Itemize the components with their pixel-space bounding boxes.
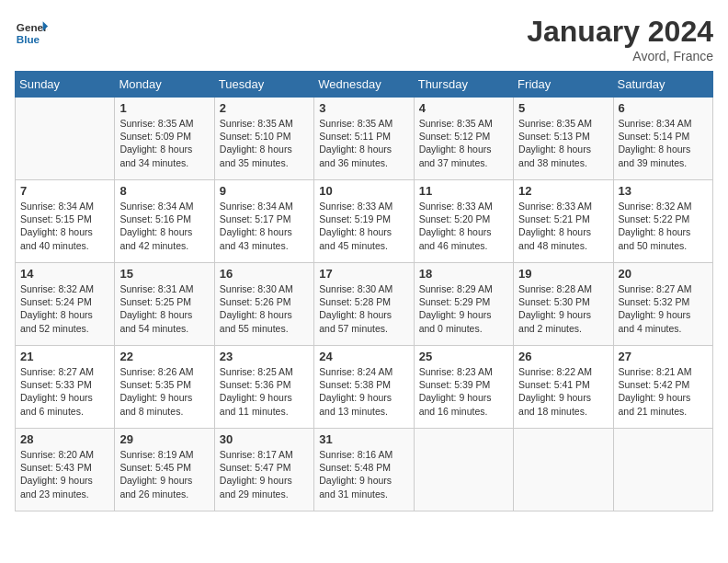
calendar-cell: 8Sunrise: 8:34 AMSunset: 5:16 PMDaylight… bbox=[115, 180, 214, 263]
calendar-cell: 18Sunrise: 8:29 AMSunset: 5:29 PMDayligh… bbox=[414, 263, 513, 346]
day-number: 15 bbox=[119, 267, 209, 281]
weekday-header: Friday bbox=[514, 72, 613, 98]
cell-info: Sunrise: 8:33 AMSunset: 5:20 PMDaylight:… bbox=[419, 200, 508, 252]
weekday-header: Thursday bbox=[414, 72, 513, 98]
cell-info: Sunrise: 8:27 AMSunset: 5:32 PMDaylight:… bbox=[619, 282, 708, 335]
day-number: 18 bbox=[419, 267, 508, 281]
cell-info: Sunrise: 8:26 AMSunset: 5:35 PMDaylight:… bbox=[119, 365, 209, 418]
cell-info: Sunrise: 8:32 AMSunset: 5:24 PMDaylight:… bbox=[20, 282, 109, 335]
calendar-cell: 19Sunrise: 8:28 AMSunset: 5:30 PMDayligh… bbox=[514, 263, 613, 346]
title-block: January 2024 Avord, France bbox=[527, 15, 713, 63]
day-number: 16 bbox=[220, 267, 309, 281]
cell-info: Sunrise: 8:35 AMSunset: 5:12 PMDaylight:… bbox=[419, 117, 508, 169]
cell-info: Sunrise: 8:35 AMSunset: 5:11 PMDaylight:… bbox=[319, 117, 408, 169]
cell-info: Sunrise: 8:22 AMSunset: 5:41 PMDaylight:… bbox=[518, 365, 608, 418]
day-number: 20 bbox=[619, 267, 708, 281]
calendar-cell: 14Sunrise: 8:32 AMSunset: 5:24 PMDayligh… bbox=[16, 263, 115, 346]
cell-info: Sunrise: 8:34 AMSunset: 5:15 PMDaylight:… bbox=[20, 200, 109, 252]
calendar-cell: 1Sunrise: 8:35 AMSunset: 5:09 PMDaylight… bbox=[115, 98, 214, 180]
calendar-cell: 11Sunrise: 8:33 AMSunset: 5:20 PMDayligh… bbox=[414, 180, 513, 263]
calendar-cell: 10Sunrise: 8:33 AMSunset: 5:19 PMDayligh… bbox=[314, 180, 414, 263]
calendar-cell bbox=[514, 429, 613, 511]
calendar-cell bbox=[414, 429, 513, 511]
day-number: 25 bbox=[419, 350, 508, 363]
cell-info: Sunrise: 8:34 AMSunset: 5:14 PMDaylight:… bbox=[619, 117, 708, 169]
weekday-header: Sunday bbox=[16, 72, 115, 98]
cell-info: Sunrise: 8:30 AMSunset: 5:26 PMDaylight:… bbox=[220, 282, 309, 335]
cell-info: Sunrise: 8:34 AMSunset: 5:16 PMDaylight:… bbox=[119, 200, 209, 252]
day-number: 27 bbox=[619, 350, 708, 363]
calendar-cell: 17Sunrise: 8:30 AMSunset: 5:28 PMDayligh… bbox=[314, 263, 414, 346]
location: Avord, France bbox=[527, 49, 713, 63]
calendar-cell: 16Sunrise: 8:30 AMSunset: 5:26 PMDayligh… bbox=[214, 263, 313, 346]
cell-info: Sunrise: 8:28 AMSunset: 5:30 PMDaylight:… bbox=[518, 282, 608, 335]
day-number: 30 bbox=[220, 432, 309, 446]
cell-info: Sunrise: 8:35 AMSunset: 5:09 PMDaylight:… bbox=[119, 117, 209, 169]
calendar-cell: 3Sunrise: 8:35 AMSunset: 5:11 PMDaylight… bbox=[314, 98, 414, 180]
day-number: 22 bbox=[119, 350, 209, 363]
calendar-cell: 27Sunrise: 8:21 AMSunset: 5:42 PMDayligh… bbox=[613, 346, 712, 429]
day-number: 26 bbox=[518, 350, 608, 363]
day-number: 14 bbox=[20, 267, 109, 281]
calendar-week-row: 7Sunrise: 8:34 AMSunset: 5:15 PMDaylight… bbox=[16, 180, 713, 263]
cell-info: Sunrise: 8:35 AMSunset: 5:13 PMDaylight:… bbox=[518, 117, 608, 169]
day-number: 6 bbox=[619, 101, 708, 115]
calendar-cell: 21Sunrise: 8:27 AMSunset: 5:33 PMDayligh… bbox=[16, 346, 115, 429]
calendar-week-row: 1Sunrise: 8:35 AMSunset: 5:09 PMDaylight… bbox=[16, 98, 713, 180]
cell-info: Sunrise: 8:21 AMSunset: 5:42 PMDaylight:… bbox=[619, 365, 708, 418]
calendar-cell: 20Sunrise: 8:27 AMSunset: 5:32 PMDayligh… bbox=[613, 263, 712, 346]
day-number: 17 bbox=[319, 267, 408, 281]
calendar-week-row: 28Sunrise: 8:20 AMSunset: 5:43 PMDayligh… bbox=[16, 429, 713, 511]
day-number: 24 bbox=[319, 350, 408, 363]
weekday-header-row: SundayMondayTuesdayWednesdayThursdayFrid… bbox=[16, 72, 713, 98]
cell-info: Sunrise: 8:27 AMSunset: 5:33 PMDaylight:… bbox=[20, 365, 109, 418]
day-number: 29 bbox=[119, 432, 209, 446]
calendar-cell: 13Sunrise: 8:32 AMSunset: 5:22 PMDayligh… bbox=[613, 180, 712, 263]
svg-text:Blue: Blue bbox=[17, 33, 40, 45]
day-number: 13 bbox=[619, 184, 708, 198]
day-number: 3 bbox=[319, 101, 408, 115]
calendar-cell: 30Sunrise: 8:17 AMSunset: 5:47 PMDayligh… bbox=[214, 429, 313, 511]
cell-info: Sunrise: 8:25 AMSunset: 5:36 PMDaylight:… bbox=[220, 365, 309, 418]
calendar-cell: 26Sunrise: 8:22 AMSunset: 5:41 PMDayligh… bbox=[514, 346, 613, 429]
day-number: 5 bbox=[518, 101, 608, 115]
cell-info: Sunrise: 8:33 AMSunset: 5:21 PMDaylight:… bbox=[518, 200, 608, 252]
calendar-cell: 29Sunrise: 8:19 AMSunset: 5:45 PMDayligh… bbox=[115, 429, 214, 511]
weekday-header: Wednesday bbox=[314, 72, 414, 98]
day-number: 12 bbox=[518, 184, 608, 198]
calendar-table: SundayMondayTuesdayWednesdayThursdayFrid… bbox=[15, 71, 713, 511]
cell-info: Sunrise: 8:17 AMSunset: 5:47 PMDaylight:… bbox=[220, 448, 309, 500]
calendar-week-row: 21Sunrise: 8:27 AMSunset: 5:33 PMDayligh… bbox=[16, 346, 713, 429]
day-number: 8 bbox=[119, 184, 209, 198]
cell-info: Sunrise: 8:31 AMSunset: 5:25 PMDaylight:… bbox=[119, 282, 209, 335]
weekday-header: Saturday bbox=[613, 72, 712, 98]
calendar-cell: 7Sunrise: 8:34 AMSunset: 5:15 PMDaylight… bbox=[16, 180, 115, 263]
calendar-cell: 2Sunrise: 8:35 AMSunset: 5:10 PMDaylight… bbox=[214, 98, 313, 180]
logo: General Blue bbox=[15, 15, 48, 48]
day-number: 23 bbox=[220, 350, 309, 363]
day-number: 28 bbox=[20, 432, 109, 446]
day-number: 21 bbox=[20, 350, 109, 363]
calendar-cell: 31Sunrise: 8:16 AMSunset: 5:48 PMDayligh… bbox=[314, 429, 414, 511]
day-number: 19 bbox=[518, 267, 608, 281]
weekday-header: Tuesday bbox=[214, 72, 313, 98]
cell-info: Sunrise: 8:24 AMSunset: 5:38 PMDaylight:… bbox=[319, 365, 408, 418]
calendar-week-row: 14Sunrise: 8:32 AMSunset: 5:24 PMDayligh… bbox=[16, 263, 713, 346]
cell-info: Sunrise: 8:35 AMSunset: 5:10 PMDaylight:… bbox=[220, 117, 309, 169]
day-number: 7 bbox=[20, 184, 109, 198]
day-number: 9 bbox=[220, 184, 309, 198]
calendar-cell: 12Sunrise: 8:33 AMSunset: 5:21 PMDayligh… bbox=[514, 180, 613, 263]
calendar-cell: 23Sunrise: 8:25 AMSunset: 5:36 PMDayligh… bbox=[214, 346, 313, 429]
calendar-cell bbox=[613, 429, 712, 511]
calendar-cell: 24Sunrise: 8:24 AMSunset: 5:38 PMDayligh… bbox=[314, 346, 414, 429]
cell-info: Sunrise: 8:23 AMSunset: 5:39 PMDaylight:… bbox=[419, 365, 508, 418]
day-number: 2 bbox=[220, 101, 309, 115]
weekday-header: Monday bbox=[115, 72, 214, 98]
calendar-cell: 9Sunrise: 8:34 AMSunset: 5:17 PMDaylight… bbox=[214, 180, 313, 263]
calendar-cell: 4Sunrise: 8:35 AMSunset: 5:12 PMDaylight… bbox=[414, 98, 513, 180]
cell-info: Sunrise: 8:19 AMSunset: 5:45 PMDaylight:… bbox=[119, 448, 209, 500]
logo-icon: General Blue bbox=[15, 15, 48, 48]
calendar-cell: 28Sunrise: 8:20 AMSunset: 5:43 PMDayligh… bbox=[16, 429, 115, 511]
cell-info: Sunrise: 8:20 AMSunset: 5:43 PMDaylight:… bbox=[20, 448, 109, 500]
cell-info: Sunrise: 8:30 AMSunset: 5:28 PMDaylight:… bbox=[319, 282, 408, 335]
